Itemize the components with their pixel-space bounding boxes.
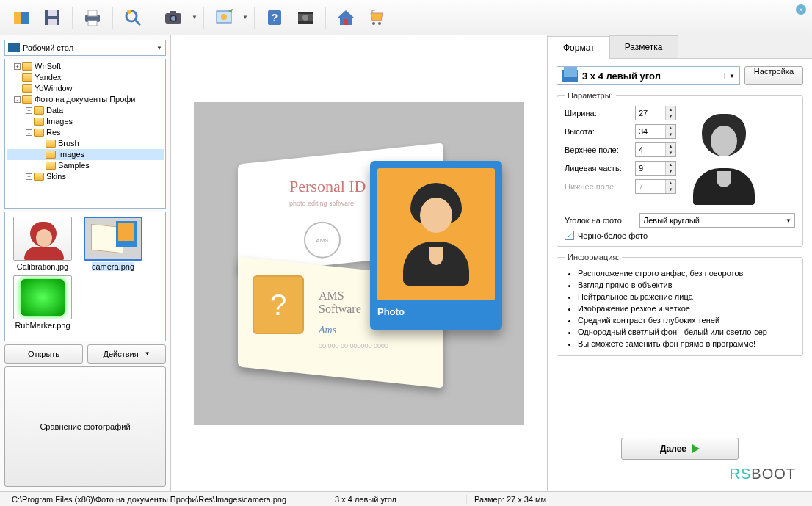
next-button[interactable]: Далее <box>621 438 739 460</box>
avatar-icon <box>399 183 473 286</box>
info-item: Вы сможете заменить фон прямо в программ… <box>578 338 795 350</box>
svg-rect-4 <box>88 10 97 16</box>
info-legend: Информация: <box>565 253 622 261</box>
svg-rect-12 <box>170 11 176 15</box>
zoom-icon[interactable] <box>119 4 147 32</box>
home-icon[interactable] <box>332 4 360 32</box>
info-item: Расположение строго анфас, без поворотов <box>578 267 795 279</box>
sample-portrait <box>684 106 764 209</box>
info-item: Взгляд прямо в объектив <box>578 279 795 291</box>
info-item: Нейтральное выражение лица <box>578 291 795 303</box>
settings-tabs: Формат Разметка <box>548 35 812 59</box>
svg-rect-1 <box>48 10 57 16</box>
status-size: Размер: 27 x 34 мм <box>467 495 554 504</box>
brand-logo: RSBOOT <box>557 466 803 484</box>
tree-item[interactable]: YoWindow <box>7 83 164 94</box>
tree-item[interactable]: -Фото на документы Профи <box>7 94 164 105</box>
personal-id-label: Personal ID <box>289 176 366 195</box>
svg-text:?: ? <box>272 12 278 24</box>
bw-checkbox[interactable]: ✓ <box>565 231 574 240</box>
status-format: 3 x 4 левый угол <box>327 495 467 504</box>
personal-id-sub: photo editing software <box>289 199 354 206</box>
svg-rect-18 <box>298 12 313 14</box>
thumbnail-grid[interactable]: Calibration.jpgcamera.pngRubMarker.png <box>4 212 166 341</box>
question-mark-icon: ? <box>253 275 304 334</box>
thumbnail[interactable]: RubMarker.png <box>10 275 76 330</box>
tree-item[interactable]: -Res <box>7 127 164 138</box>
tab-format[interactable]: Формат <box>548 36 610 59</box>
tree-item[interactable]: +WnSoft <box>7 61 164 72</box>
height-spinner[interactable]: 34▲▼ <box>635 124 676 139</box>
print-icon[interactable] <box>79 4 106 32</box>
svg-point-22 <box>372 22 375 25</box>
svg-line-7 <box>135 20 140 25</box>
info-item: Средний контраст без глубоких теней <box>578 314 795 326</box>
close-icon[interactable]: × <box>796 4 806 15</box>
svg-point-11 <box>171 16 175 21</box>
parameters-group: Параметры: Ширина:27▲▼ Высота:34▲▼ Верхн… <box>557 91 803 247</box>
help-icon[interactable]: ? <box>261 4 289 32</box>
arrow-right-icon <box>692 444 700 453</box>
file-browser-panel: Рабочий стол ▼ +WnSoftYandexYoWindow-Фот… <box>0 35 171 491</box>
camera-icon[interactable] <box>159 4 187 32</box>
chevron-down-icon: ▼ <box>724 73 735 79</box>
main-toolbar: ▼ ▼ ? × <box>0 0 812 35</box>
desktop-icon <box>8 43 20 52</box>
svg-point-20 <box>302 15 308 21</box>
compare-photos-button[interactable]: Сравнение фотографий <box>4 366 166 488</box>
photo-label: Photo <box>377 306 495 317</box>
parameters-legend: Параметры: <box>565 91 616 100</box>
status-bar: C:\Program Files (x86)\Фото на документы… <box>0 491 812 506</box>
svg-rect-2 <box>48 19 57 25</box>
ams-label: AMSSoftware <box>319 289 361 315</box>
corner-label: Уголок на фото: <box>565 216 635 225</box>
preview-area: Personal ID photo editing software AMS ?… <box>171 35 548 491</box>
tree-item[interactable]: Yandex <box>7 72 164 83</box>
tree-item[interactable]: Samples <box>7 160 164 171</box>
thumbnail[interactable]: camera.png <box>80 217 146 271</box>
folder-tree[interactable]: +WnSoftYandexYoWindow-Фото на документы … <box>4 59 166 209</box>
svg-point-14 <box>221 14 227 20</box>
format-select[interactable]: 3 x 4 левый угол ▼ <box>557 66 740 85</box>
preview-canvas: Personal ID photo editing software AMS ?… <box>194 102 524 425</box>
camera-dropdown-icon[interactable]: ▼ <box>192 14 197 21</box>
info-item: Однородный светлый фон - белый или светл… <box>578 326 795 338</box>
tree-item[interactable]: Brush <box>7 138 164 149</box>
capture-icon[interactable] <box>210 4 238 32</box>
signature: Ams <box>319 325 336 336</box>
video-icon[interactable] <box>291 4 319 32</box>
open-icon[interactable] <box>7 4 35 32</box>
save-icon[interactable] <box>38 4 66 32</box>
svg-rect-5 <box>88 21 97 26</box>
tab-layout[interactable]: Разметка <box>609 35 678 58</box>
location-label: Рабочий стол <box>23 43 73 52</box>
info-group: Информация: Расположение строго анфас, б… <box>557 253 803 356</box>
location-select[interactable]: Рабочий стол ▼ <box>4 40 166 56</box>
cart-icon[interactable] <box>363 4 391 32</box>
width-spinner[interactable]: 27▲▼ <box>635 106 676 120</box>
actions-button[interactable]: Действия▼ <box>87 344 166 364</box>
stamp-icon: AMS <box>304 221 341 258</box>
settings-button[interactable]: Настройка <box>744 66 803 85</box>
face-part-spinner[interactable]: 9▲▼ <box>635 161 676 176</box>
tree-item[interactable]: Images <box>7 116 164 127</box>
svg-rect-21 <box>344 19 348 25</box>
tree-item[interactable]: +Skins <box>7 171 164 182</box>
chevron-down-icon: ▼ <box>156 45 162 51</box>
svg-rect-19 <box>298 21 313 24</box>
top-margin-spinner[interactable]: 4▲▼ <box>635 142 676 157</box>
tree-item[interactable]: +Data <box>7 105 164 116</box>
format-icon <box>562 70 578 82</box>
tree-item[interactable]: Images <box>7 149 164 160</box>
code-dots: 00 000 00 000000 0000 <box>319 341 388 349</box>
status-path: C:\Program Files (x86)\Фото на документы… <box>4 495 327 504</box>
capture-dropdown-icon[interactable]: ▼ <box>242 14 248 21</box>
corner-select[interactable]: Левый круглый▼ <box>639 213 795 228</box>
bw-label: Черно-белое фото <box>578 231 648 240</box>
format-value: 3 x 4 левый угол <box>582 71 661 82</box>
open-button[interactable]: Открыть <box>4 344 83 364</box>
info-list: Расположение строго анфас, без поворотов… <box>565 267 795 350</box>
settings-panel: Формат Разметка 3 x 4 левый угол ▼ Настр… <box>548 35 812 491</box>
svg-point-8 <box>127 10 131 14</box>
thumbnail[interactable]: Calibration.jpg <box>10 217 76 271</box>
